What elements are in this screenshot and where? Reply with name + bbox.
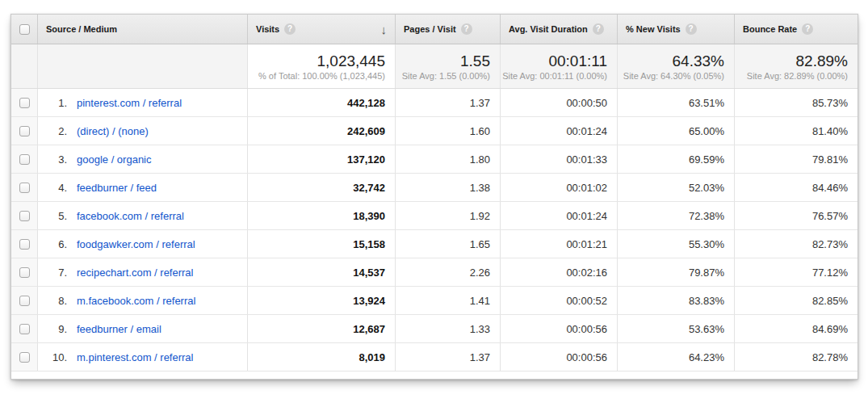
- avg-visit-duration-value: 00:00:56: [500, 315, 617, 342]
- table-row: 4. feedburner / feed 32,742 1.38 00:01:0…: [11, 174, 858, 202]
- row-rank: 9.: [46, 323, 67, 335]
- pages-per-visit-value: 1.60: [395, 117, 500, 145]
- column-header-avg-visit-duration[interactable]: Avg. Visit Duration ?: [500, 15, 617, 44]
- source-medium-link[interactable]: m.pinterest.com / referral: [77, 351, 194, 363]
- row-checkbox[interactable]: [19, 211, 30, 221]
- bounce-rate-value: 82.78%: [734, 343, 858, 371]
- pages-per-visit-value: 1.65: [395, 230, 500, 258]
- pages-per-visit-value: 1.92: [395, 202, 500, 229]
- pages-per-visit-value: 1.37: [395, 89, 500, 116]
- row-rank: 10.: [46, 351, 67, 363]
- pages-per-visit-value: 1.41: [395, 287, 500, 314]
- pct-new-visits-value: 52.03%: [617, 174, 734, 201]
- help-icon[interactable]: ?: [593, 23, 604, 35]
- column-header-label: % New Visits: [626, 24, 681, 34]
- table-row: 5. facebook.com / referral 18,390 1.92 0…: [11, 202, 858, 230]
- summary-duration-total: 00:01:11: [548, 52, 607, 70]
- summary-pages-subtext: Site Avg: 1.55 (0.00%): [402, 70, 490, 82]
- row-checkbox[interactable]: [19, 296, 30, 306]
- column-header-label: Source / Medium: [46, 24, 117, 34]
- row-checkbox[interactable]: [19, 324, 30, 334]
- pages-per-visit-value: 2.26: [395, 258, 500, 286]
- bounce-rate-value: 82.85%: [734, 287, 858, 314]
- pct-new-visits-value: 83.83%: [617, 287, 734, 314]
- summary-bounce-subtext: Site Avg: 82.89% (0.00%): [747, 70, 848, 82]
- row-rank: 8.: [46, 295, 67, 307]
- row-checkbox[interactable]: [19, 154, 30, 165]
- column-header-label: Bounce Rate: [743, 24, 797, 34]
- column-header-visits[interactable]: Visits ? ↓: [247, 15, 395, 44]
- visits-value: 14,537: [247, 258, 395, 286]
- column-header-pages-per-visit[interactable]: Pages / Visit ?: [395, 15, 500, 44]
- summary-pages-cell: 1.55 Site Avg: 1.55 (0.00%): [395, 44, 500, 88]
- source-medium-link[interactable]: pinterest.com / referral: [77, 97, 182, 109]
- pct-new-visits-value: 65.00%: [617, 117, 734, 145]
- visits-value: 242,609: [247, 117, 395, 145]
- summary-duration-subtext: Site Avg: 00:01:11 (0.00%): [502, 70, 607, 82]
- pct-new-visits-value: 53.63%: [617, 315, 734, 342]
- avg-visit-duration-value: 00:02:16: [500, 258, 617, 286]
- row-rank: 4.: [46, 182, 67, 194]
- select-all-checkbox[interactable]: [19, 24, 30, 35]
- summary-visits-cell: 1,023,445 % of Total: 100.00% (1,023,445…: [247, 44, 395, 88]
- visits-value: 13,924: [247, 287, 395, 314]
- avg-visit-duration-value: 00:01:24: [500, 117, 617, 145]
- source-medium-link[interactable]: feedburner / feed: [77, 182, 157, 194]
- column-header-source-medium[interactable]: Source / Medium: [37, 15, 247, 44]
- source-medium-link[interactable]: recipechart.com / referral: [77, 267, 194, 279]
- row-rank: 3.: [46, 153, 67, 166]
- help-icon[interactable]: ?: [686, 23, 697, 35]
- pct-new-visits-value: 69.59%: [617, 145, 734, 173]
- row-rank: 6.: [46, 238, 67, 250]
- source-medium-link[interactable]: google / organic: [77, 153, 152, 166]
- visits-value: 137,120: [247, 145, 395, 173]
- column-header-pct-new-visits[interactable]: % New Visits ?: [617, 15, 734, 44]
- bounce-rate-value: 81.40%: [734, 117, 858, 145]
- pages-per-visit-value: 1.80: [395, 145, 500, 173]
- pages-per-visit-value: 1.37: [395, 343, 500, 371]
- visits-value: 442,128: [247, 89, 395, 116]
- row-checkbox[interactable]: [19, 239, 30, 250]
- pct-new-visits-value: 79.87%: [617, 258, 734, 286]
- column-header-label: Avg. Visit Duration: [509, 24, 588, 34]
- source-medium-link[interactable]: feedburner / email: [77, 323, 161, 335]
- avg-visit-duration-value: 00:00:56: [500, 343, 617, 371]
- pct-new-visits-value: 63.51%: [617, 89, 734, 116]
- summary-visits-total: 1,023,445: [317, 52, 385, 70]
- summary-row: 1,023,445 % of Total: 100.00% (1,023,445…: [11, 44, 858, 89]
- summary-empty-cell: [37, 44, 247, 88]
- visits-value: 12,687: [247, 315, 395, 342]
- avg-visit-duration-value: 00:01:02: [500, 174, 617, 201]
- source-medium-link[interactable]: m.facebook.com / referral: [77, 295, 195, 307]
- row-checkbox[interactable]: [19, 98, 30, 108]
- row-rank: 7.: [46, 267, 67, 279]
- row-rank: 5.: [46, 210, 67, 222]
- row-rank: 2.: [46, 125, 67, 137]
- help-icon[interactable]: ?: [802, 23, 813, 35]
- help-icon[interactable]: ?: [284, 23, 296, 35]
- table-bottom-padding: [11, 372, 858, 379]
- avg-visit-duration-value: 00:00:52: [500, 287, 617, 314]
- summary-new-visits-cell: 64.33% Site Avg: 64.30% (0.05%): [617, 44, 734, 88]
- table-row: 9. feedburner / email 12,687 1.33 00:00:…: [11, 315, 858, 343]
- summary-pages-total: 1.55: [460, 52, 490, 70]
- source-medium-link[interactable]: foodgawker.com / referral: [77, 238, 195, 250]
- table-header-row: Source / Medium Visits ? ↓ Pages / Visit…: [11, 15, 858, 44]
- source-medium-report-table: Source / Medium Visits ? ↓ Pages / Visit…: [10, 14, 858, 380]
- bounce-rate-value: 85.73%: [734, 89, 858, 116]
- help-icon[interactable]: ?: [461, 23, 472, 35]
- table-row: 1. pinterest.com / referral 442,128 1.37…: [11, 89, 858, 117]
- visits-value: 8,019: [247, 343, 395, 371]
- row-checkbox[interactable]: [19, 267, 30, 278]
- row-checkbox[interactable]: [19, 183, 30, 193]
- avg-visit-duration-value: 00:01:33: [500, 145, 617, 173]
- bounce-rate-value: 84.46%: [734, 174, 858, 201]
- source-medium-link[interactable]: facebook.com / referral: [77, 210, 184, 222]
- row-checkbox[interactable]: [19, 126, 30, 136]
- visits-value: 15,158: [247, 230, 395, 258]
- column-header-bounce-rate[interactable]: Bounce Rate ?: [734, 15, 858, 44]
- summary-new-visits-subtext: Site Avg: 64.30% (0.05%): [623, 70, 724, 82]
- row-checkbox[interactable]: [19, 352, 30, 363]
- source-medium-link[interactable]: (direct) / (none): [77, 125, 149, 137]
- sort-descending-icon: ↓: [381, 23, 396, 36]
